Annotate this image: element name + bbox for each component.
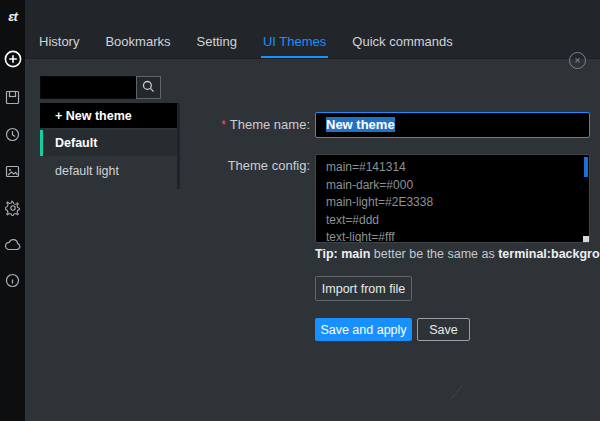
bookmark-icon bbox=[5, 90, 20, 105]
textarea-scrollbar-thumb[interactable] bbox=[584, 157, 588, 177]
search-button[interactable] bbox=[136, 76, 161, 99]
app-sidebar: εt bbox=[0, 0, 25, 421]
theme-name-value: New theme bbox=[326, 117, 395, 132]
search-icon bbox=[142, 79, 155, 97]
settings-header: History Bookmarks Setting UI Themes Quic… bbox=[25, 0, 600, 59]
sidebar-item-sync[interactable] bbox=[0, 234, 25, 254]
save-and-apply-button[interactable]: Save and apply bbox=[315, 318, 412, 341]
resize-handle[interactable] bbox=[450, 385, 463, 400]
sidebar-item-settings[interactable] bbox=[0, 198, 25, 218]
required-asterisk: * bbox=[221, 118, 226, 132]
tab-setting[interactable]: Setting bbox=[194, 28, 238, 58]
plus-circle-icon bbox=[4, 50, 22, 68]
sidebar-item-bookmarks[interactable] bbox=[0, 87, 25, 107]
ui-themes-settings-screen: { "app": { "logo": "εt" }, "sidebar": { … bbox=[0, 0, 600, 421]
tab-bookmarks[interactable]: Bookmarks bbox=[103, 28, 172, 58]
tab-quick-commands[interactable]: Quick commands bbox=[350, 28, 454, 58]
save-button[interactable]: Save bbox=[417, 318, 470, 341]
gear-icon bbox=[5, 200, 21, 216]
sidebar-item-themes[interactable] bbox=[0, 161, 25, 181]
clock-icon bbox=[5, 127, 20, 142]
theme-config-label: Theme config: bbox=[25, 158, 310, 173]
theme-search-input[interactable] bbox=[40, 76, 136, 99]
tab-ui-themes[interactable]: UI Themes bbox=[261, 28, 328, 58]
tab-history[interactable]: History bbox=[37, 28, 81, 58]
theme-config-textarea[interactable]: main=#141314 main-dark=#000 main-light=#… bbox=[315, 154, 590, 243]
ui-themes-panel: + New theme Default default light *Theme… bbox=[25, 59, 600, 421]
add-tab-button[interactable] bbox=[0, 49, 25, 69]
cloud-icon bbox=[5, 238, 21, 251]
picture-icon bbox=[5, 164, 20, 179]
theme-config-tip: Tip: main better be the same as terminal… bbox=[315, 247, 600, 261]
import-from-file-button[interactable]: Import from file bbox=[315, 276, 412, 301]
theme-name-label: *Theme name: bbox=[25, 112, 310, 138]
app-logo: εt bbox=[0, 6, 25, 26]
settings-tabs: History Bookmarks Setting UI Themes Quic… bbox=[37, 28, 455, 58]
textarea-resize-grip[interactable] bbox=[583, 236, 589, 242]
theme-config-field: main=#141314 main-dark=#000 main-light=#… bbox=[315, 154, 590, 243]
theme-search bbox=[40, 76, 161, 99]
sidebar-item-history[interactable] bbox=[0, 124, 25, 144]
theme-name-input[interactable]: New theme bbox=[315, 112, 590, 138]
info-circle-icon bbox=[5, 273, 20, 288]
sidebar-item-about[interactable] bbox=[0, 270, 25, 290]
close-settings-icon[interactable]: × bbox=[569, 52, 586, 69]
